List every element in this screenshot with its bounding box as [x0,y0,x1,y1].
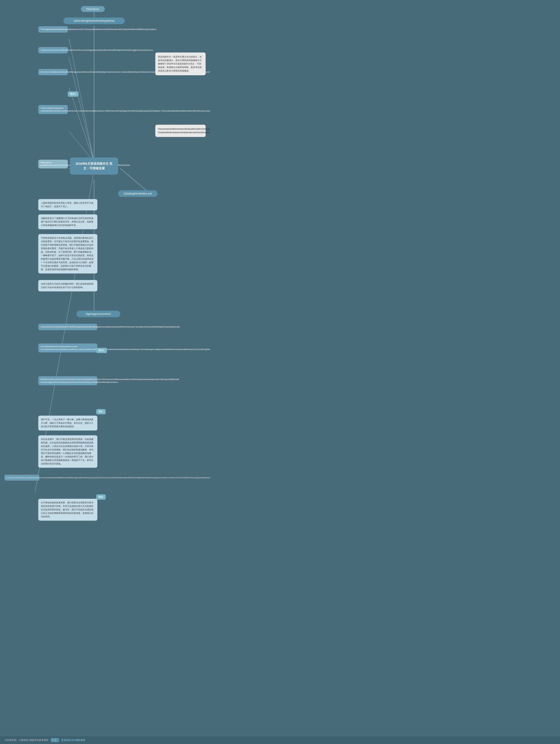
text-box-3: We,inturn,shouldalsoworkhardinordertogUa… [38,69,68,75]
info-box-2: Howcanwemeettheneedsooftodaywithoutdimin… [155,125,206,137]
text-box-7: Insocialdevelopment,weshouldnotoverutils… [38,343,97,352]
svg-line-6 [69,87,94,162]
chinese-text-4: 在努力提高今天的生活质量的同时，我们必须考虑到我们的行为会对未来的生命产生什么样… [38,280,97,291]
chinese-text-3: 可持续发展是近几年的热点话题。虽然我们要满足自己当前的需求，但不能忘子孙后代的需… [38,234,97,273]
text-box-4: Unfortunately,manypeople onlythinkofthei… [38,105,68,114]
step2-bubble: 2)statingitsmainidea,and [118,190,157,197]
bottom-arrow: 》》 [51,738,59,742]
text-box-1: Theimagesabovearebothmeaningfulandinstru… [38,26,68,33]
svg-line-2 [120,169,149,192]
info-box-1: 英语四级作文一直是考生重点关注的部分，也是考试的重难点，新东方网英语四级频道为大… [155,52,206,75]
step1-bubble: 1)describingthesetofdrawingsbelow, [64,17,125,24]
text-box-9: Fromthepointofviewofsustainabledevelopme… [4,475,39,481]
label-fanwen1: 范文1: [68,91,78,97]
chinese-text-5: 画中可见，一位父亲种了一棵小树，这棵小树渐渐成参天大树，他的儿子将会从中受益。多… [38,416,97,431]
text-box-8: thedeforestationundercontrol,forwedanowa… [38,376,97,385]
page-container: Directions: 1)describingthesetofdrawings… [0,0,210,744]
label-fanwen2: 范文2: [96,348,107,353]
bottom-left-text: 大学美语四、六级考试-四级写作参考资料 [4,739,48,742]
text-box-2: Thepicturesservetoremindthattheexistence… [38,47,68,53]
svg-line-4 [69,38,94,162]
center-title: 2016年6月英语四级作文 范文：可持续发展 [70,157,118,175]
bottom-bar: 大学美语四、六级考试-四级写作参考资料 》》 更多精彩冲分课程推荐 [0,736,210,744]
text-box-5: Whilemaking greateffortstoincreaseourcur… [38,160,68,169]
svg-line-7 [69,131,94,162]
label-trans1: 译文: [96,409,106,414]
step3-bubble: 3)givingyourcomment. [77,311,120,317]
label-trans2: 译文: [96,494,106,500]
chinese-text-2: 这幅画意是为了提醒我们今天的幸福生活和宝贵的民族遗产是归功于我们祖辈的辛苦，而我… [38,214,97,229]
chinese-text-7: 从可持续发展的角度来看，我们有责任在保障后代有丰富的自然资源可利用。并且不会使他… [38,499,97,521]
chinese-text-6: 在社会发展中，我们不能过度使用自然资源，比如说森林资源。从长远来说对森林的合理利… [38,435,97,468]
chinese-text-1: 上面的画面意味深长而发人深省，我投人的辛劳不只是为了他自己，也是为了后人。 [38,199,97,211]
bottom-link[interactable]: 更多精彩冲分课程推荐 [61,739,85,742]
text-box-6: AscanbeseenfromthedrawingsThefatherhespl… [38,324,97,330]
directions-bubble: Directions: [81,6,105,12]
